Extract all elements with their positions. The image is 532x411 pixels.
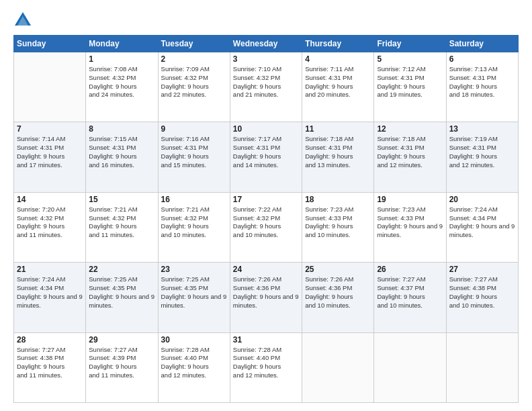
day-cell: 12Sunrise: 7:18 AMSunset: 4:31 PMDayligh… [374,122,446,192]
day-cell: 9Sunrise: 7:16 AMSunset: 4:31 PMDaylight… [158,122,230,192]
day-number: 9 [161,124,227,134]
day-cell: 21Sunrise: 7:24 AMSunset: 4:34 PMDayligh… [14,263,86,332]
day-cell: 5Sunrise: 7:12 AMSunset: 4:31 PMDaylight… [374,52,446,122]
day-cell: 29Sunrise: 7:27 AMSunset: 4:39 PMDayligh… [86,332,158,402]
day-cell: 19Sunrise: 7:23 AMSunset: 4:33 PMDayligh… [374,192,446,262]
day-cell: 30Sunrise: 7:28 AMSunset: 4:40 PMDayligh… [158,332,230,402]
day-number: 3 [233,54,299,64]
day-number: 6 [449,54,515,64]
day-cell: 24Sunrise: 7:26 AMSunset: 4:36 PMDayligh… [230,263,302,332]
day-info: Sunrise: 7:16 AMSunset: 4:31 PMDaylight:… [161,135,227,169]
day-info: Sunrise: 7:17 AMSunset: 4:31 PMDaylight:… [233,135,299,169]
header [13,11,519,30]
day-number: 13 [449,124,515,134]
week-row-2: 14Sunrise: 7:20 AMSunset: 4:32 PMDayligh… [14,192,519,262]
day-info: Sunrise: 7:26 AMSunset: 4:36 PMDaylight:… [305,275,371,310]
day-info: Sunrise: 7:28 AMSunset: 4:40 PMDaylight:… [233,346,299,380]
day-info: Sunrise: 7:12 AMSunset: 4:31 PMDaylight:… [377,65,443,99]
week-row-3: 21Sunrise: 7:24 AMSunset: 4:34 PMDayligh… [14,263,519,332]
day-info: Sunrise: 7:21 AMSunset: 4:32 PMDaylight:… [89,205,154,240]
day-info: Sunrise: 7:23 AMSunset: 4:33 PMDaylight:… [305,205,371,240]
week-row-1: 7Sunrise: 7:14 AMSunset: 4:31 PMDaylight… [14,122,519,192]
day-info: Sunrise: 7:26 AMSunset: 4:36 PMDaylight:… [233,275,299,310]
day-cell: 4Sunrise: 7:11 AMSunset: 4:31 PMDaylight… [302,52,374,122]
day-cell: 28Sunrise: 7:27 AMSunset: 4:38 PMDayligh… [14,332,86,402]
day-info: Sunrise: 7:27 AMSunset: 4:38 PMDaylight:… [17,346,83,380]
day-info: Sunrise: 7:19 AMSunset: 4:31 PMDaylight:… [449,135,515,169]
day-cell [374,332,446,402]
week-row-0: 1Sunrise: 7:08 AMSunset: 4:32 PMDaylight… [14,52,519,122]
column-header-saturday: Saturday [446,36,518,52]
day-cell: 26Sunrise: 7:27 AMSunset: 4:37 PMDayligh… [374,263,446,332]
day-number: 29 [89,335,154,345]
column-header-friday: Friday [374,36,446,52]
day-number: 7 [17,124,83,134]
day-cell: 23Sunrise: 7:25 AMSunset: 4:35 PMDayligh… [158,263,230,332]
day-cell: 16Sunrise: 7:21 AMSunset: 4:32 PMDayligh… [158,192,230,262]
day-info: Sunrise: 7:22 AMSunset: 4:32 PMDaylight:… [233,205,299,240]
day-number: 2 [161,54,227,64]
day-info: Sunrise: 7:24 AMSunset: 4:34 PMDaylight:… [449,205,515,240]
day-info: Sunrise: 7:27 AMSunset: 4:39 PMDaylight:… [89,346,154,380]
day-number: 8 [89,124,154,134]
day-info: Sunrise: 7:14 AMSunset: 4:31 PMDaylight:… [17,135,83,169]
day-info: Sunrise: 7:27 AMSunset: 4:37 PMDaylight:… [377,275,443,310]
day-info: Sunrise: 7:08 AMSunset: 4:32 PMDaylight:… [89,65,154,99]
day-number: 4 [305,54,371,64]
calendar-table: SundayMondayTuesdayWednesdayThursdayFrid… [13,35,519,403]
day-info: Sunrise: 7:15 AMSunset: 4:31 PMDaylight:… [89,135,154,169]
day-number: 22 [89,265,154,274]
day-cell: 27Sunrise: 7:27 AMSunset: 4:38 PMDayligh… [446,263,518,332]
logo-icon [13,11,32,30]
day-number: 15 [89,195,154,204]
logo [13,11,35,30]
day-info: Sunrise: 7:24 AMSunset: 4:34 PMDaylight:… [17,275,83,310]
day-cell: 10Sunrise: 7:17 AMSunset: 4:31 PMDayligh… [230,122,302,192]
day-info: Sunrise: 7:27 AMSunset: 4:38 PMDaylight:… [449,275,515,310]
day-info: Sunrise: 7:21 AMSunset: 4:32 PMDaylight:… [161,205,227,240]
column-header-wednesday: Wednesday [230,36,302,52]
day-cell [302,332,374,402]
day-number: 31 [233,335,299,345]
day-info: Sunrise: 7:18 AMSunset: 4:31 PMDaylight:… [305,135,371,169]
header-row: SundayMondayTuesdayWednesdayThursdayFrid… [14,36,519,52]
day-number: 27 [449,265,515,274]
day-cell: 2Sunrise: 7:09 AMSunset: 4:32 PMDaylight… [158,52,230,122]
day-number: 14 [17,195,83,204]
day-cell: 25Sunrise: 7:26 AMSunset: 4:36 PMDayligh… [302,263,374,332]
day-cell [14,52,86,122]
day-number: 26 [377,265,443,274]
column-header-tuesday: Tuesday [158,36,230,52]
day-cell: 3Sunrise: 7:10 AMSunset: 4:32 PMDaylight… [230,52,302,122]
day-number: 21 [17,265,83,274]
day-cell: 18Sunrise: 7:23 AMSunset: 4:33 PMDayligh… [302,192,374,262]
day-info: Sunrise: 7:10 AMSunset: 4:32 PMDaylight:… [233,65,299,99]
day-info: Sunrise: 7:18 AMSunset: 4:31 PMDaylight:… [377,135,443,169]
day-number: 12 [377,124,443,134]
day-cell: 31Sunrise: 7:28 AMSunset: 4:40 PMDayligh… [230,332,302,402]
day-info: Sunrise: 7:25 AMSunset: 4:35 PMDaylight:… [161,275,227,310]
day-cell: 1Sunrise: 7:08 AMSunset: 4:32 PMDaylight… [86,52,158,122]
day-number: 28 [17,335,83,345]
day-cell [446,332,518,402]
day-info: Sunrise: 7:13 AMSunset: 4:31 PMDaylight:… [449,65,515,99]
day-number: 19 [377,195,443,204]
day-info: Sunrise: 7:23 AMSunset: 4:33 PMDaylight:… [377,205,443,240]
column-header-sunday: Sunday [14,36,86,52]
day-info: Sunrise: 7:09 AMSunset: 4:32 PMDaylight:… [161,65,227,99]
day-number: 10 [233,124,299,134]
day-info: Sunrise: 7:28 AMSunset: 4:40 PMDaylight:… [161,346,227,380]
day-cell: 8Sunrise: 7:15 AMSunset: 4:31 PMDaylight… [86,122,158,192]
day-cell: 17Sunrise: 7:22 AMSunset: 4:32 PMDayligh… [230,192,302,262]
day-number: 20 [449,195,515,204]
week-row-4: 28Sunrise: 7:27 AMSunset: 4:38 PMDayligh… [14,332,519,402]
day-cell: 15Sunrise: 7:21 AMSunset: 4:32 PMDayligh… [86,192,158,262]
day-cell: 14Sunrise: 7:20 AMSunset: 4:32 PMDayligh… [14,192,86,262]
day-cell: 13Sunrise: 7:19 AMSunset: 4:31 PMDayligh… [446,122,518,192]
day-cell: 22Sunrise: 7:25 AMSunset: 4:35 PMDayligh… [86,263,158,332]
column-header-monday: Monday [86,36,158,52]
day-info: Sunrise: 7:11 AMSunset: 4:31 PMDaylight:… [305,65,371,99]
day-info: Sunrise: 7:20 AMSunset: 4:32 PMDaylight:… [17,205,83,240]
day-number: 11 [305,124,371,134]
day-cell: 20Sunrise: 7:24 AMSunset: 4:34 PMDayligh… [446,192,518,262]
